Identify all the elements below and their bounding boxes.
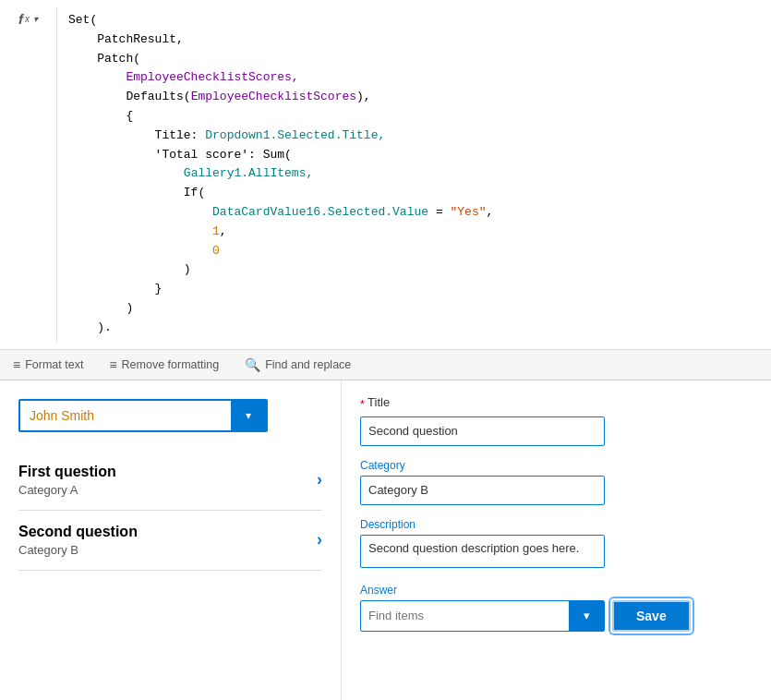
remove-formatting-icon: ≡ — [109, 357, 116, 372]
chevron-right-icon: › — [317, 530, 322, 549]
list-item-title: Second question — [18, 524, 317, 540]
editor-toolbar: ≡ Format text ≡ Remove formatting 🔍 Find… — [0, 349, 771, 380]
list-item[interactable]: First question Category A › — [18, 451, 322, 511]
list-item-title: First question — [18, 464, 317, 480]
format-text-icon: ≡ — [13, 357, 20, 372]
fx-dropdown-arrow[interactable]: ▾ — [33, 14, 38, 24]
answer-dropdown-arrow[interactable]: ▾ — [569, 601, 604, 631]
description-field-group: Description Second question description … — [360, 518, 753, 571]
list-item-category: Category A — [18, 483, 317, 497]
code-editor[interactable]: Set( PatchResult, Patch( EmployeeCheckli… — [57, 7, 771, 342]
chevron-down-icon: ▾ — [584, 609, 590, 622]
remove-formatting-button[interactable]: ≡ Remove formatting — [105, 356, 223, 374]
list-item-text: Second question Category B — [18, 524, 317, 557]
person-dropdown-container: John Smith ▾ — [18, 399, 322, 432]
title-input[interactable] — [360, 416, 605, 446]
remove-formatting-label: Remove formatting — [122, 358, 220, 371]
list-item-category: Category B — [18, 543, 317, 557]
fx-subscript: x — [25, 14, 30, 24]
chevron-down-icon: ▾ — [246, 409, 251, 422]
search-icon: 🔍 — [245, 357, 260, 372]
person-dropdown-value: John Smith — [20, 408, 231, 423]
description-input[interactable]: Second question description goes here. — [360, 535, 605, 568]
required-indicator: * — [360, 397, 365, 411]
answer-field-group: Answer ▾ Save — [360, 584, 753, 632]
title-field-label: Title — [367, 395, 390, 409]
description-label: Description — [360, 518, 753, 531]
right-panel: * Title Category Description Second ques… — [342, 380, 771, 700]
format-text-button[interactable]: ≡ Format text — [9, 356, 87, 374]
category-field-group: Category — [360, 459, 753, 505]
fx-bar[interactable]: f x ▾ — [0, 7, 57, 342]
list-item[interactable]: Second question Category B › — [18, 511, 322, 571]
answer-label: Answer — [360, 584, 753, 597]
find-replace-label: Find and replace — [265, 358, 351, 371]
category-input[interactable] — [360, 476, 605, 505]
fx-icon: f — [18, 11, 23, 27]
chevron-right-icon: › — [317, 470, 322, 489]
category-label: Category — [360, 459, 753, 472]
left-panel: John Smith ▾ First question Category A ›… — [0, 380, 342, 700]
save-button[interactable]: Save — [612, 600, 691, 632]
person-dropdown[interactable]: John Smith ▾ — [18, 399, 268, 432]
format-text-label: Format text — [25, 358, 83, 371]
title-field-group: * Title — [360, 395, 753, 446]
person-dropdown-arrow[interactable]: ▾ — [231, 401, 266, 430]
answer-search-input[interactable] — [361, 609, 569, 622]
find-replace-button[interactable]: 🔍 Find and replace — [241, 356, 355, 374]
list-item-text: First question Category A — [18, 464, 317, 497]
answer-dropdown[interactable]: ▾ — [360, 600, 605, 632]
